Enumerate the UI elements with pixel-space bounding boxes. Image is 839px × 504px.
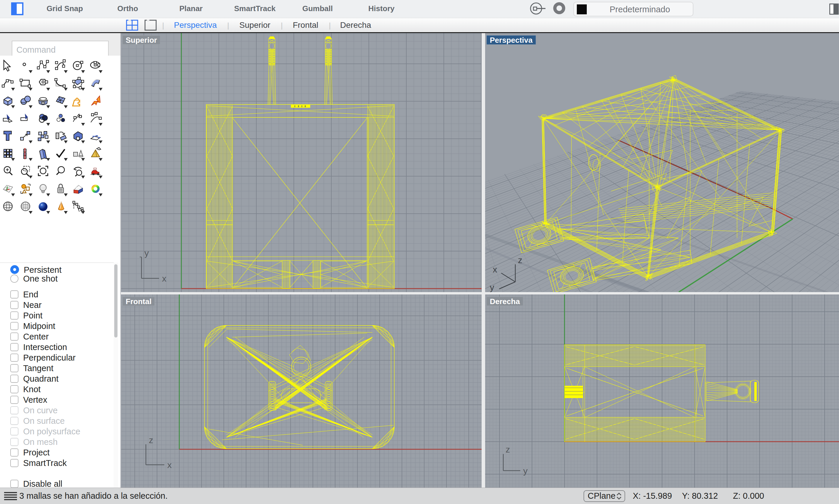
- svg-text:y: y: [523, 466, 528, 475]
- svg-text:z: z: [518, 255, 522, 265]
- svg-text:x: x: [162, 274, 166, 283]
- svg-text:z: z: [506, 445, 510, 454]
- svg-text:x: x: [493, 265, 497, 274]
- svg-text:z: z: [149, 435, 153, 445]
- svg-text:y: y: [490, 283, 494, 292]
- svg-text:y: y: [144, 248, 149, 258]
- svg-text:x: x: [167, 460, 172, 470]
